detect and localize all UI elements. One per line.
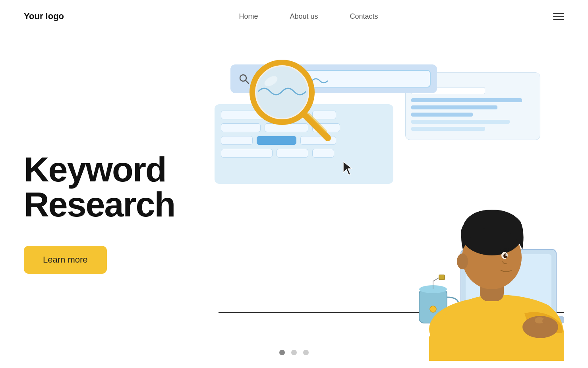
- nav-about[interactable]: About us: [290, 12, 318, 21]
- hero-text-block: Keyword Research Learn more: [24, 136, 207, 274]
- magnifier-svg: [246, 56, 334, 144]
- hero-title: Keyword Research: [24, 152, 207, 222]
- magnifier-illustration: [246, 56, 334, 144]
- hamburger-line-3: [553, 19, 564, 20]
- pill-4-1: [221, 149, 273, 158]
- pagination-dot-2[interactable]: [291, 350, 297, 355]
- pagination-dot-1[interactable]: [279, 350, 285, 355]
- pill-4-2: [277, 149, 308, 158]
- browser-line-1: [411, 98, 522, 102]
- browser-line-3: [411, 113, 473, 117]
- svg-rect-16: [439, 275, 445, 280]
- header: Your logo Home About us Contacts: [0, 0, 588, 33]
- pill-4-3: [312, 149, 334, 158]
- svg-point-30: [549, 321, 557, 326]
- main-content: Keyword Research Learn more: [0, 33, 588, 361]
- learn-more-button[interactable]: Learn more: [24, 246, 107, 274]
- nav-contacts[interactable]: Contacts: [350, 12, 378, 21]
- svg-line-4: [306, 116, 328, 138]
- hamburger-line-1: [553, 13, 564, 14]
- person-svg: [342, 138, 564, 361]
- browser-line-4: [411, 120, 510, 124]
- person-illustration: [342, 138, 564, 361]
- pagination: [279, 350, 309, 355]
- browser-line-5: [411, 127, 485, 131]
- hamburger-menu[interactable]: [553, 13, 564, 20]
- hamburger-line-2: [553, 16, 564, 17]
- svg-point-25: [505, 254, 507, 256]
- nav-home[interactable]: Home: [239, 12, 258, 21]
- hero-illustration: [207, 49, 564, 361]
- logo: Your logo: [24, 11, 64, 21]
- svg-point-22: [457, 253, 468, 269]
- pagination-dot-3[interactable]: [303, 350, 309, 355]
- browser-line-2: [411, 105, 497, 109]
- nav: Home About us Contacts: [239, 12, 378, 21]
- svg-point-24: [503, 253, 507, 258]
- svg-point-17: [430, 306, 436, 312]
